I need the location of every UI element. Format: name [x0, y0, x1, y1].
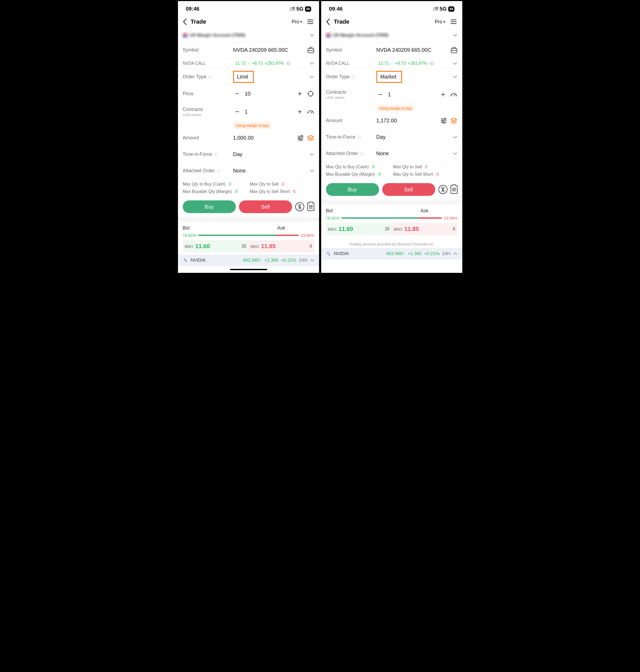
symbol-row[interactable]: Symbol NVDA 240209 665.00C: [178, 42, 319, 58]
decrement-button[interactable]: −: [233, 108, 242, 116]
buy-button[interactable]: Buy: [183, 200, 236, 213]
info-icon[interactable]: ⓘ: [214, 152, 218, 157]
bid-label: Bid: [183, 225, 248, 231]
gauge-icon[interactable]: [307, 108, 314, 115]
amount-value[interactable]: 1,000.00: [233, 135, 297, 141]
quote-change: +8.73: [252, 61, 263, 66]
info-icon[interactable]: ⓘ: [351, 75, 355, 79]
crosshair-icon[interactable]: [307, 90, 314, 97]
order-type-row[interactable]: Order Type ⓘ Market: [321, 69, 462, 85]
ticker-pct: +0.21%: [281, 258, 296, 263]
contracts-value[interactable]: 1: [388, 91, 439, 98]
clipboard-icon[interactable]: [307, 202, 314, 211]
svg-point-4: [301, 135, 303, 137]
right-screenshot: 09:46 ::!! 5G 49 Trade Pro▼ US Margin Ac…: [320, 0, 463, 274]
chevron-up-icon[interactable]: [453, 253, 457, 255]
max-sell-short-label: Max Qty to Sell Short: [393, 172, 433, 176]
account-row[interactable]: US Margin Account (7559): [321, 29, 462, 42]
max-sell-value: 0: [282, 182, 284, 186]
svg-point-10: [451, 95, 452, 96]
layers-icon[interactable]: [450, 117, 457, 125]
clock-icon: [286, 61, 291, 66]
quote-row[interactable]: NVDA CALL 11.72 ↑ +8.73 +291.97%: [321, 58, 462, 69]
ticker-bar[interactable]: NVIDIA 662.960↑ +1.360 +0.21% 24H: [321, 248, 462, 260]
chevron-down-icon[interactable]: [310, 259, 314, 262]
ticker-chg: +1.360: [408, 251, 421, 256]
briefcase-icon[interactable]: [307, 47, 314, 53]
decrement-button[interactable]: −: [376, 90, 385, 99]
refresh-price-icon[interactable]: $: [438, 185, 448, 194]
decrement-button[interactable]: −: [233, 89, 242, 98]
increment-button[interactable]: +: [439, 90, 448, 99]
buy-button[interactable]: Buy: [326, 183, 379, 196]
tif-row[interactable]: Time-in-Force ⓘ Day: [178, 146, 319, 163]
max-sell-short-value: 0: [293, 189, 295, 194]
gauge-icon[interactable]: [450, 91, 457, 98]
clipboard-icon[interactable]: [451, 185, 457, 194]
amount-value[interactable]: 1,172.00: [376, 117, 440, 124]
bbo-ask[interactable]: BBO 11.85 6: [392, 223, 457, 235]
max-qty-row-2: Max Buyable Qty (Margin) 0 Max Qty to Se…: [178, 189, 319, 197]
home-indicator: [230, 269, 267, 270]
sell-button[interactable]: Sell: [239, 200, 292, 213]
pro-toggle[interactable]: Pro▼: [292, 19, 303, 25]
flag-icon: [183, 33, 188, 37]
menu-icon[interactable]: [306, 20, 314, 24]
quote-row[interactable]: NVDA CALL 11.72 ↑ +8.73 +291.97%: [178, 58, 319, 69]
svg-point-2: [308, 91, 313, 96]
menu-icon[interactable]: [450, 20, 457, 24]
sliders-icon[interactable]: [440, 117, 448, 125]
ticker-bar[interactable]: NVIDIA 662.960↑ +1.360 +0.21% 24H: [178, 255, 319, 266]
sliders-icon[interactable]: [297, 134, 304, 142]
max-buy-margin-value: 0: [378, 172, 381, 176]
bbo-ask-tag: BBO: [251, 244, 259, 249]
bbo-ask-qty: 6: [453, 227, 455, 231]
bbo-bid-price: 11.60: [338, 226, 383, 232]
tif-row[interactable]: Time-in-Force ⓘ Day: [321, 129, 462, 145]
order-type-row[interactable]: Order Type ⓘ Limit: [178, 69, 319, 85]
briefcase-icon[interactable]: [451, 47, 457, 53]
info-icon[interactable]: ⓘ: [208, 75, 212, 79]
max-buy-margin-value: 0: [235, 189, 238, 194]
info-icon[interactable]: ⓘ: [360, 152, 364, 156]
ticker-price: 662.960↑: [387, 251, 405, 256]
symbol-row[interactable]: Symbol NVDA 240209 665.00C: [321, 42, 462, 58]
chevron-down-icon: [453, 135, 457, 139]
info-icon[interactable]: ⓘ: [217, 169, 221, 173]
bbo-bid[interactable]: BBO 11.60 20: [183, 240, 248, 253]
contracts-row: Contracts x100 shares − 1 +: [321, 85, 462, 104]
info-icon[interactable]: ⓘ: [357, 135, 361, 139]
back-button[interactable]: [326, 18, 330, 25]
sell-button[interactable]: Sell: [382, 183, 435, 196]
up-arrow-icon: ↑: [391, 61, 393, 66]
pro-toggle[interactable]: Pro▼: [435, 19, 446, 25]
contracts-value[interactable]: 1: [245, 109, 296, 115]
bbo-bid-qty: 20: [242, 244, 246, 249]
max-buy-cash-label: Max Qty to Buy (Cash): [326, 165, 369, 169]
bbo-bid-price: 11.60: [195, 243, 239, 250]
badge-row: Using margin to buy: [178, 121, 319, 130]
bbo-ask[interactable]: BBO 11.85 6: [248, 240, 314, 253]
pct-bar: [198, 234, 299, 236]
increment-button[interactable]: +: [296, 89, 304, 98]
link-icon: [326, 251, 331, 256]
price-value[interactable]: 10: [245, 91, 296, 97]
bbo-bid[interactable]: BBO 11.60 20: [326, 223, 392, 235]
back-button[interactable]: [183, 18, 187, 25]
symbol-label: Symbol: [183, 47, 233, 53]
disclaimer: Trading services provided by Moomoo Fina…: [321, 237, 462, 248]
max-qty-row-1: Max Qty to Buy (Cash) 0 Max Qty to Sell …: [178, 179, 319, 189]
account-row[interactable]: US Margin Account (7559): [178, 29, 319, 42]
attached-row[interactable]: Attached Order ⓘ None: [178, 163, 319, 179]
svg-point-6: [300, 139, 302, 141]
badge-row: Using margin to buy: [321, 104, 462, 113]
separator: [178, 217, 319, 221]
symbol-value: NVDA 240209 665.00C: [376, 47, 451, 53]
attached-row[interactable]: Attached Order ⓘ None: [321, 145, 462, 162]
layers-icon[interactable]: [307, 134, 314, 142]
refresh-price-icon[interactable]: $: [295, 202, 304, 211]
svg-point-5: [299, 137, 300, 139]
increment-button[interactable]: +: [296, 108, 304, 116]
svg-point-3: [308, 112, 308, 113]
bbo-ask-price: 11.85: [404, 226, 451, 232]
